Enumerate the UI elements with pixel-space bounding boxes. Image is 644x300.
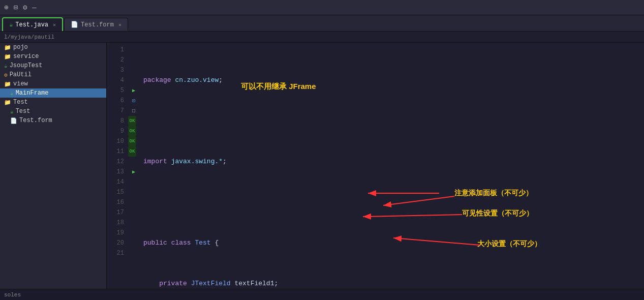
code-line-1: package cn.zuo.view; <box>143 75 644 85</box>
code-editor[interactable]: 1 2 3 4 5 6 7 8 9 10 11 12 13 14 15 16 1… <box>107 43 644 289</box>
ln-18: 18 <box>107 218 124 228</box>
sidebar-item-test-java-label: Test <box>16 108 30 115</box>
ln-5: 5 <box>107 85 124 96</box>
g-16 <box>128 197 139 207</box>
g-4 <box>128 75 139 85</box>
pojo-icon: 📁 <box>4 44 11 51</box>
sidebar-item-jsouptest[interactable]: ☕ JsoupTest <box>0 61 106 70</box>
g-7-checkbox: □ <box>128 106 139 116</box>
ln-7: 7 <box>107 106 124 116</box>
test-java-sidebar-icon: ☕ <box>10 108 14 115</box>
g-19 <box>128 228 139 238</box>
sidebar-item-test-group-label: Test <box>13 99 28 106</box>
sidebar-item-view[interactable]: 📁 view <box>0 79 106 88</box>
ln-10: 10 <box>107 136 124 146</box>
g-3 <box>128 65 139 75</box>
g-5-run[interactable]: ▶ <box>128 85 139 96</box>
g-15 <box>128 187 139 197</box>
breadcrumb-path: l/myjava/pautil <box>4 34 54 40</box>
tab-test-java-close[interactable]: ✕ <box>53 22 56 28</box>
sidebar-item-view-label: view <box>13 80 28 87</box>
g-13-run[interactable]: ▶ <box>128 167 139 177</box>
gear-icon[interactable]: ⚙ <box>23 3 27 12</box>
tab-test-java-label: Test.java <box>15 21 48 28</box>
sidebar-item-test-group[interactable]: 📁 Test <box>0 98 106 107</box>
ln-12: 12 <box>107 157 124 167</box>
bottom-status-bar: soles <box>0 289 644 300</box>
tab-test-form-close[interactable]: ✕ <box>118 22 121 28</box>
code-line-3: import javax.swing.*; <box>143 157 644 167</box>
test-form-sidebar-icon: 📄 <box>10 117 17 124</box>
g-1 <box>128 45 139 55</box>
tab-test-java[interactable]: ☕ Test.java ✕ <box>2 17 63 31</box>
ln-19: 19 <box>107 228 124 238</box>
code-line-5: public class Test { <box>143 238 644 248</box>
toolbar: ⊕ ⊟ ⚙ — <box>0 0 644 15</box>
g-21 <box>128 248 139 258</box>
ln-15: 15 <box>107 187 124 197</box>
g-20 <box>128 238 139 248</box>
ln-14: 14 <box>107 177 124 187</box>
g-14 <box>128 177 139 187</box>
g-6-field: ⊡ <box>128 96 139 106</box>
ln-11: 11 <box>107 146 124 157</box>
g-11-ok: OK <box>128 146 136 157</box>
code-lines[interactable]: package cn.zuo.view; import javax.swing.… <box>139 43 644 289</box>
dash-icon[interactable]: — <box>32 4 36 12</box>
mainframe-icon: ☕ <box>10 90 14 97</box>
tab-test-form[interactable]: 📄 Test.form ✕ <box>64 18 128 31</box>
sidebar-item-pojo-label: pojo <box>13 44 28 51</box>
sidebar-item-test-form[interactable]: 📄 Test.form <box>0 116 106 125</box>
tab-test-form-label: Test.form <box>81 21 114 28</box>
svg-line-3 <box>363 215 462 217</box>
ln-21: 21 <box>107 248 124 258</box>
main-layout: 📁 pojo 📁 service ☕ JsoupTest ⚙ PaUtil 📁 … <box>0 43 644 289</box>
g-9-ok: OK <box>128 126 136 136</box>
line-numbers: 1 2 3 4 5 6 7 8 9 10 11 12 13 14 15 16 1… <box>107 43 128 289</box>
jsouptest-icon: ☕ <box>4 63 8 69</box>
g-17 <box>128 207 139 218</box>
globe-icon[interactable]: ⊕ <box>4 3 8 12</box>
ln-3: 3 <box>107 65 124 75</box>
sidebar-item-service-label: service <box>13 53 39 60</box>
annotation-no-extends: 可以不用继承 JFrame <box>241 81 316 92</box>
sidebar-item-service[interactable]: 📁 service <box>0 52 106 61</box>
ln-2: 2 <box>107 55 124 65</box>
g-2 <box>128 55 139 65</box>
gutter: ▶ ⊡ □ OK OK OK OK ▶ <box>128 43 139 289</box>
ln-17: 17 <box>107 207 124 218</box>
ln-9: 9 <box>107 126 124 136</box>
sidebar-item-mainframe-label: MainFrame <box>16 89 49 97</box>
g-18 <box>128 218 139 228</box>
view-icon: 📁 <box>4 81 11 87</box>
java-file-icon: ☕ <box>9 21 13 28</box>
sidebar-item-pojo[interactable]: 📁 pojo <box>0 43 106 52</box>
ln-6: 6 <box>107 96 124 106</box>
test-group-icon: 📁 <box>4 99 11 106</box>
tab-bar: ☕ Test.java ✕ 📄 Test.form ✕ <box>0 15 644 32</box>
sidebar-item-pautil[interactable]: ⚙ PaUtil <box>0 70 106 79</box>
bottom-label: soles <box>4 292 21 298</box>
annotation-size: 大小设置（不可少） <box>477 238 541 249</box>
annotation-add-panel: 注意添加面板（不可少） <box>454 188 533 198</box>
sidebar-item-mainframe[interactable]: ☕ MainFrame <box>0 88 106 98</box>
sidebar-item-test-java[interactable]: ☕ Test <box>0 107 106 116</box>
code-area: 1 2 3 4 5 6 7 8 9 10 11 12 13 14 15 16 1… <box>107 43 644 289</box>
sidebar-item-test-form-label: Test.form <box>19 117 52 124</box>
sidebar: 📁 pojo 📁 service ☕ JsoupTest ⚙ PaUtil 📁 … <box>0 43 107 289</box>
code-line-6: private JTextField textField1; <box>143 279 644 289</box>
code-line-2 <box>143 116 644 126</box>
g-8-ok: OK <box>128 116 136 126</box>
sidebar-item-jsouptest-label: JsoupTest <box>10 62 43 69</box>
sidebar-item-pautil-label: PaUtil <box>10 71 32 78</box>
minus-icon[interactable]: ⊟ <box>13 3 17 12</box>
ln-13: 13 <box>107 167 124 177</box>
form-file-icon: 📄 <box>71 21 78 28</box>
ln-16: 16 <box>107 197 124 207</box>
ln-4: 4 <box>107 75 124 85</box>
annotation-visibility: 可见性设置（不可少） <box>462 208 533 218</box>
code-line-4 <box>143 197 644 207</box>
g-10-ok: OK <box>128 136 136 146</box>
ln-8: 8 <box>107 116 124 126</box>
service-icon: 📁 <box>4 53 11 60</box>
